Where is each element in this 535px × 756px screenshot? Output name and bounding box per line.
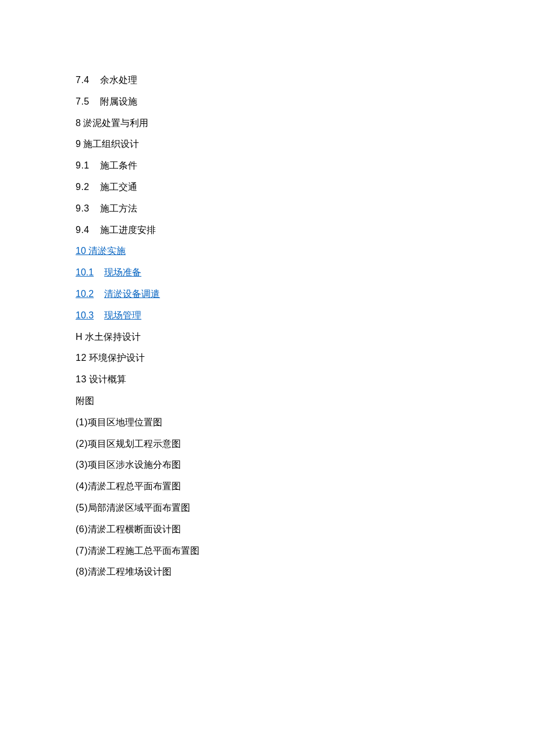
- toc-entry: 8 淤泥处置与利用: [76, 113, 459, 134]
- toc-number: 9.4: [76, 225, 90, 235]
- toc-number: 9.2: [76, 182, 90, 192]
- toc-number: (8): [76, 567, 88, 576]
- toc-link[interactable]: 10.2清淤设备调遣: [76, 284, 459, 305]
- toc-text: 淤泥处置与利用: [83, 118, 148, 128]
- toc-text[interactable]: 现场管理: [104, 310, 141, 320]
- toc-text: 项目区规划工程示意图: [88, 439, 181, 449]
- toc-text: 水土保持设计: [85, 332, 141, 342]
- toc-number: 9: [76, 139, 81, 149]
- toc-number[interactable]: 10.2: [76, 289, 94, 299]
- toc-text[interactable]: 清淤实施: [88, 246, 126, 256]
- toc-number: (5): [76, 503, 88, 513]
- toc-text: 局部清淤区域平面布置图: [88, 503, 190, 513]
- toc-entry: (4)清淤工程总平面布置图: [76, 476, 459, 497]
- toc-number: (3): [76, 460, 88, 470]
- toc-entry: 9.4施工进度安排: [76, 220, 459, 241]
- toc-entry: (8)清淤工程堆场设计图: [76, 561, 459, 583]
- toc-link[interactable]: 10 清淤实施: [76, 241, 459, 262]
- toc-entry: 13 设计概算: [76, 369, 459, 390]
- toc-number: 9.1: [76, 160, 90, 170]
- toc-text: 施工进度安排: [100, 225, 156, 235]
- toc-number: (4): [76, 481, 88, 491]
- toc-text: 附属设施: [100, 96, 137, 106]
- toc-text: 施工组织设计: [83, 139, 139, 149]
- toc-entry: 附图: [76, 390, 459, 412]
- toc-entry: 9 施工组织设计: [76, 134, 459, 155]
- toc-text: 清淤工程总平面布置图: [88, 481, 181, 491]
- toc-text: 清淤工程施工总平面布置图: [88, 546, 199, 556]
- toc-number: (6): [76, 524, 88, 534]
- toc-text: 施工条件: [100, 160, 137, 170]
- toc-entry: 7.4余水处理: [76, 70, 459, 91]
- toc-text: 施工方法: [100, 203, 137, 213]
- toc-container: 7.4余水处理7.5附属设施8 淤泥处置与利用9 施工组织设计9.1施工条件9.…: [76, 70, 459, 583]
- toc-number: 13: [76, 374, 87, 384]
- toc-entry: (2)项目区规划工程示意图: [76, 433, 459, 455]
- toc-entry: 7.5附属设施: [76, 91, 459, 113]
- toc-entry: 12 环境保护设计: [76, 347, 459, 369]
- toc-entry: (5)局部清淤区域平面布置图: [76, 497, 459, 519]
- toc-text[interactable]: 清淤设备调遣: [104, 289, 160, 299]
- toc-entry: H 水土保持设计: [76, 327, 459, 348]
- toc-text: 设计概算: [89, 374, 126, 384]
- toc-number[interactable]: 10.3: [76, 310, 94, 320]
- toc-text[interactable]: 现场准备: [104, 267, 141, 277]
- toc-text: 施工交通: [100, 182, 137, 192]
- toc-number: (2): [76, 439, 88, 449]
- toc-number[interactable]: 10.1: [76, 267, 94, 277]
- toc-text: 环境保护设计: [89, 353, 145, 363]
- toc-number: 8: [76, 118, 81, 128]
- toc-number: 9.3: [76, 203, 90, 213]
- toc-number: (1): [76, 417, 88, 427]
- toc-number: 12: [76, 353, 87, 363]
- toc-number: H: [76, 332, 83, 342]
- toc-number: (7): [76, 546, 88, 556]
- toc-entry: 9.2施工交通: [76, 177, 459, 198]
- toc-entry: 9.1施工条件: [76, 155, 459, 177]
- toc-text: 余水处理: [100, 75, 137, 85]
- toc-link[interactable]: 10.1现场准备: [76, 262, 459, 284]
- toc-entry: 9.3施工方法: [76, 198, 459, 220]
- toc-text: 项目区地理位置图: [88, 417, 162, 427]
- toc-heading: 附图: [76, 396, 94, 406]
- toc-entry: (7)清淤工程施工总平面布置图: [76, 540, 459, 562]
- toc-text: 清淤工程堆场设计图: [88, 567, 172, 576]
- toc-text: 清淤工程横断面设计图: [88, 524, 181, 534]
- toc-number: 7.5: [76, 96, 90, 106]
- toc-link[interactable]: 10.3现场管理: [76, 305, 459, 327]
- toc-entry: (6)清淤工程横断面设计图: [76, 519, 459, 540]
- toc-entry: (3)项目区涉水设施分布图: [76, 454, 459, 476]
- toc-entry: (1)项目区地理位置图: [76, 412, 459, 433]
- toc-number[interactable]: 10: [76, 246, 86, 256]
- toc-text: 项目区涉水设施分布图: [88, 460, 181, 470]
- toc-number: 7.4: [76, 75, 90, 85]
